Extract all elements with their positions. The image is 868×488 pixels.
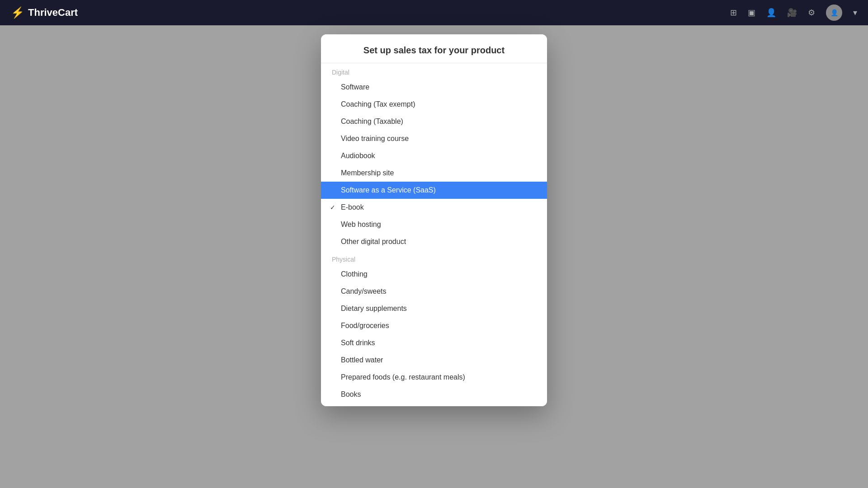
dropdown-item-audiobook[interactable]: Audiobook bbox=[321, 147, 547, 164]
dropdown-item-label-prepared-foods: Prepared foods (e.g. restaurant meals) bbox=[341, 373, 465, 381]
dropdown-item-label-food: Food/groceries bbox=[341, 322, 389, 330]
dropdown-item-label-clothing: Clothing bbox=[341, 270, 368, 278]
grid-icon[interactable]: ⊞ bbox=[730, 8, 737, 18]
avatar[interactable]: 👤 bbox=[826, 5, 842, 21]
group-header-digital: Digital bbox=[321, 63, 547, 79]
page-background: Set up sales tax for your product Digita… bbox=[0, 25, 868, 488]
dropdown-item-textbooks[interactable]: Textbooks bbox=[321, 403, 547, 406]
navbar: ⚡ ThriveCart ⊞ ▣ 👤 🎥 ⚙ 👤 ▾ bbox=[0, 0, 868, 25]
video-icon[interactable]: 🎥 bbox=[787, 8, 797, 18]
dropdown-item-label-soft-drinks: Soft drinks bbox=[341, 339, 375, 347]
dropdown-item-clothing[interactable]: Clothing bbox=[321, 266, 547, 283]
dropdown-item-coaching-taxable[interactable]: Coaching (Taxable) bbox=[321, 113, 547, 130]
dropdown-item-soft-drinks[interactable]: Soft drinks bbox=[321, 334, 547, 352]
modal-header: Set up sales tax for your product bbox=[321, 34, 547, 63]
dropdown-item-label-coaching-exempt: Coaching (Tax exempt) bbox=[341, 100, 415, 108]
navbar-icons: ⊞ ▣ 👤 🎥 ⚙ 👤 ▾ bbox=[730, 5, 857, 21]
dropdown-item-other-digital[interactable]: Other digital product bbox=[321, 233, 547, 250]
dropdown-item-label-dietary: Dietary supplements bbox=[341, 305, 407, 313]
dropdown-item-video-training[interactable]: Video training course bbox=[321, 130, 547, 147]
dropdown-item-books[interactable]: Books bbox=[321, 386, 547, 403]
logo-icon: ⚡ bbox=[11, 6, 24, 19]
modal-overlay: Set up sales tax for your product Digita… bbox=[0, 25, 868, 488]
dropdown-item-label-other-digital: Other digital product bbox=[341, 238, 406, 246]
dropdown-item-bottled-water[interactable]: Bottled water bbox=[321, 352, 547, 369]
settings-icon[interactable]: ⚙ bbox=[808, 8, 815, 18]
dropdown-item-label-audiobook: Audiobook bbox=[341, 152, 375, 160]
tax-modal: Set up sales tax for your product Digita… bbox=[321, 34, 547, 406]
dropdown-item-label-ebook: E-book bbox=[341, 203, 364, 211]
user-icon[interactable]: 👤 bbox=[766, 8, 776, 18]
check-icon: ✓ bbox=[330, 204, 335, 211]
dropdown-item-membership-site[interactable]: Membership site bbox=[321, 164, 547, 182]
dropdown-item-label-software: Software bbox=[341, 83, 369, 91]
dropdown-item-label-video-training: Video training course bbox=[341, 135, 409, 143]
dropdown-item-label-candy: Candy/sweets bbox=[341, 287, 387, 296]
dropdown-item-dietary[interactable]: Dietary supplements bbox=[321, 300, 547, 317]
dropdown-item-saas[interactable]: Software as a Service (SaaS) bbox=[321, 182, 547, 199]
dropdown-item-label-coaching-taxable: Coaching (Taxable) bbox=[341, 117, 403, 126]
dropdown-item-software[interactable]: Software bbox=[321, 79, 547, 96]
dropdown-item-ebook[interactable]: ✓E-book bbox=[321, 199, 547, 216]
dropdown-item-label-saas: Software as a Service (SaaS) bbox=[341, 186, 436, 194]
brand-name: ThriveCart bbox=[28, 7, 78, 19]
dropdown-item-label-bottled-water: Bottled water bbox=[341, 356, 383, 364]
dropdown-item-web-hosting[interactable]: Web hosting bbox=[321, 216, 547, 233]
modal-title: Set up sales tax for your product bbox=[332, 45, 536, 56]
dropdown-item-label-books: Books bbox=[341, 390, 361, 399]
dropdown-item-prepared-foods[interactable]: Prepared foods (e.g. restaurant meals) bbox=[321, 369, 547, 386]
chevron-down-icon[interactable]: ▾ bbox=[853, 8, 857, 18]
credit-card-icon[interactable]: ▣ bbox=[748, 8, 755, 18]
dropdown-item-food[interactable]: Food/groceries bbox=[321, 317, 547, 334]
group-header-physical: Physical bbox=[321, 250, 547, 266]
dropdown-item-label-web-hosting: Web hosting bbox=[341, 221, 381, 229]
dropdown-item-candy[interactable]: Candy/sweets bbox=[321, 283, 547, 300]
product-type-dropdown[interactable]: DigitalSoftwareCoaching (Tax exempt)Coac… bbox=[321, 63, 547, 406]
brand-logo[interactable]: ⚡ ThriveCart bbox=[11, 6, 78, 19]
dropdown-item-coaching-exempt[interactable]: Coaching (Tax exempt) bbox=[321, 96, 547, 113]
dropdown-item-label-membership-site: Membership site bbox=[341, 169, 394, 177]
